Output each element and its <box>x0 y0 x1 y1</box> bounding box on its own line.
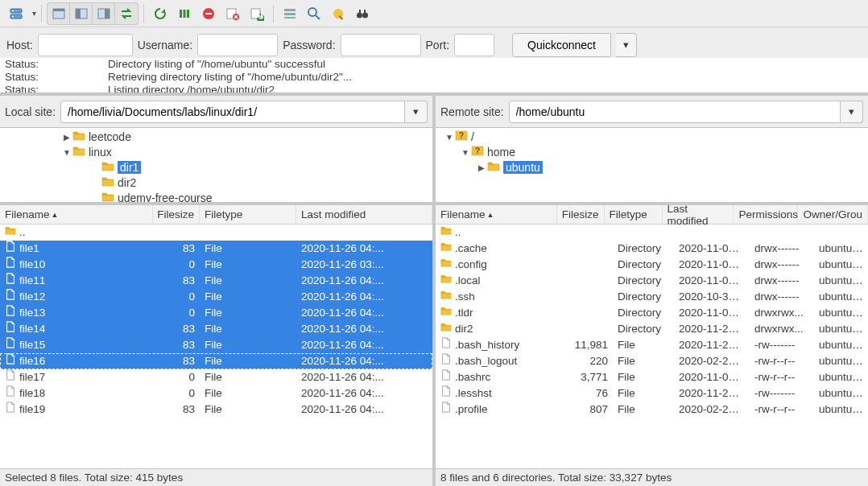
file-row[interactable]: .. <box>436 224 868 241</box>
file-name: file19 <box>19 402 45 418</box>
file-row[interactable]: .tldr Directory 2020-11-04 ... drwxrwx..… <box>436 305 868 321</box>
disconnect-button[interactable] <box>221 3 244 24</box>
refresh-button[interactable] <box>149 3 172 24</box>
remote-file-list[interactable]: .. .cache Directory 2020-11-05 ... drwx-… <box>436 224 868 468</box>
file-modified: 2020-11-20 ... <box>674 385 750 402</box>
file-row[interactable]: .local Directory 2020-11-05 ... drwx----… <box>436 273 868 289</box>
compare-button[interactable] <box>351 3 374 24</box>
host-input[interactable] <box>38 34 133 56</box>
password-input[interactable] <box>341 34 421 56</box>
toggle-log-button[interactable] <box>48 3 70 24</box>
file-owner: ubuntu ub... <box>814 337 868 353</box>
file-row[interactable]: file11 83 File 2020-11-26 04:... <box>0 273 432 289</box>
file-row[interactable]: file1 83 File 2020-11-26 04:... <box>0 241 432 257</box>
file-row[interactable]: file17 0 File 2020-11-26 04:... <box>0 369 432 385</box>
tree-node[interactable]: ▼ linux <box>0 145 432 160</box>
file-search-button[interactable] <box>303 3 325 24</box>
site-manager-button[interactable] <box>5 3 27 24</box>
site-manager-dropdown[interactable]: ▾ <box>32 9 36 18</box>
message-log[interactable]: Status:Directory listing of "/home/ubunt… <box>0 58 868 93</box>
col-last-modified[interactable]: Last modified <box>296 205 432 224</box>
file-row[interactable]: file12 0 File 2020-11-26 04:... <box>0 289 432 305</box>
file-row[interactable]: file14 83 File 2020-11-26 04:... <box>0 321 432 337</box>
toggle-local-tree-button[interactable] <box>70 3 93 24</box>
remote-path-dropdown[interactable]: ▾ <box>841 101 863 123</box>
folder-icon <box>72 145 89 160</box>
toolbar-separator <box>143 5 144 23</box>
file-row[interactable]: .cache Directory 2020-11-05 ... drwx----… <box>436 241 868 257</box>
file-row[interactable]: .bashrc 3,771 File 2020-11-05 ... -rw-r-… <box>436 369 868 385</box>
col-filename[interactable]: Filename <box>0 205 153 224</box>
directory-listing-button[interactable] <box>279 3 301 24</box>
tree-node[interactable]: ▼ / <box>436 130 868 145</box>
filter-button[interactable] <box>327 3 349 24</box>
col-filetype[interactable]: Filetype <box>200 205 296 224</box>
file-type: File <box>613 402 674 418</box>
file-icon <box>5 321 19 337</box>
file-name: .config <box>455 257 487 273</box>
file-row[interactable]: .lesshst 76 File 2020-11-20 ... -rw-----… <box>436 385 868 402</box>
tree-expander-icon[interactable]: ▶ <box>61 130 72 145</box>
folder-icon <box>101 175 118 191</box>
tree-node[interactable]: ▼ home <box>436 145 868 160</box>
file-row[interactable]: file18 0 File 2020-11-26 04:... <box>0 385 432 402</box>
file-modified: 2020-11-26 04:... <box>296 337 432 353</box>
file-row[interactable]: .. <box>0 224 432 241</box>
file-modified: 2020-10-30 ... <box>674 289 750 305</box>
reconnect-button[interactable] <box>246 3 268 24</box>
col-filename[interactable]: Filename <box>436 205 557 224</box>
file-row[interactable]: file15 83 File 2020-11-26 04:... <box>0 337 432 353</box>
toggle-remote-tree-button[interactable] <box>93 3 115 24</box>
quickconnect-dropdown[interactable]: ▾ <box>616 33 637 57</box>
file-row[interactable]: .ssh Directory 2020-10-30 ... drwx------… <box>436 289 868 305</box>
file-row[interactable]: dir2 Directory 2020-11-26 ... drwxrwx...… <box>436 321 868 337</box>
file-size: 0 <box>153 385 200 402</box>
tree-expander-icon[interactable]: ▶ <box>476 160 487 175</box>
col-last-modified[interactable]: Last modified <box>663 205 734 224</box>
local-list-header[interactable]: Filename Filesize Filetype Last modified <box>0 205 432 224</box>
col-filesize[interactable]: Filesize <box>153 205 200 224</box>
tree-expander-icon[interactable]: ▼ <box>61 145 72 160</box>
folder-icon <box>440 224 455 241</box>
file-type: File <box>613 369 674 385</box>
local-directory-tree[interactable]: ▶ leetcode ▼ linux dir1 dir2 udemy-free-… <box>0 128 432 205</box>
username-input[interactable] <box>197 34 278 56</box>
process-queue-button[interactable] <box>173 3 196 24</box>
tree-node[interactable]: dir2 <box>0 175 432 191</box>
file-type: File <box>200 289 296 305</box>
col-permissions[interactable]: Permissions <box>734 205 798 224</box>
file-type: File <box>200 369 296 385</box>
main-toolbar: ▾ <box>0 0 868 27</box>
remote-directory-tree[interactable]: ▼ / ▼ home ▶ ubuntu <box>436 128 868 205</box>
tree-expander-icon[interactable]: ▼ <box>444 130 455 145</box>
file-row[interactable]: .profile 807 File 2020-02-25 ... -rw-r--… <box>436 402 868 418</box>
tree-node[interactable]: ▶ leetcode <box>0 130 432 145</box>
col-filetype[interactable]: Filetype <box>605 205 663 224</box>
remote-path-input[interactable] <box>509 101 841 123</box>
tree-node[interactable]: ▶ ubuntu <box>436 160 868 175</box>
file-row[interactable]: .bash_logout 220 File 2020-02-25 ... -rw… <box>436 353 868 369</box>
username-label: Username: <box>138 39 192 51</box>
quickconnect-button[interactable]: Quickconnect <box>512 33 611 57</box>
toggle-queue-button[interactable] <box>115 3 138 24</box>
col-filesize[interactable]: Filesize <box>557 205 605 224</box>
remote-list-header[interactable]: Filename Filesize Filetype Last modified… <box>436 205 868 224</box>
local-path-dropdown[interactable]: ▾ <box>405 101 428 123</box>
local-file-list[interactable]: .. file1 83 File 2020-11-26 04:... file1… <box>0 224 432 468</box>
col-owner-group[interactable]: Owner/Grou <box>798 205 868 224</box>
file-row[interactable]: file19 83 File 2020-11-26 04:... <box>0 402 432 418</box>
file-row[interactable]: file10 0 File 2020-11-26 03:... <box>0 257 432 273</box>
file-row[interactable]: .config Directory 2020-11-05 ... drwx---… <box>436 257 868 273</box>
cancel-button[interactable] <box>197 3 220 24</box>
local-path-input[interactable] <box>60 101 405 123</box>
file-size: 83 <box>153 353 200 369</box>
tree-expander-icon[interactable]: ▼ <box>460 145 471 160</box>
port-label: Port: <box>426 39 450 51</box>
file-row[interactable]: file16 83 File 2020-11-26 04:... <box>0 353 432 369</box>
file-icon <box>5 273 19 289</box>
tree-node[interactable]: dir1 <box>0 160 432 175</box>
tree-node[interactable]: udemy-free-course <box>0 191 432 205</box>
file-row[interactable]: .bash_history 11,981 File 2020-11-26 ...… <box>436 337 868 353</box>
file-row[interactable]: file13 0 File 2020-11-26 04:... <box>0 305 432 321</box>
port-input[interactable] <box>454 34 494 56</box>
